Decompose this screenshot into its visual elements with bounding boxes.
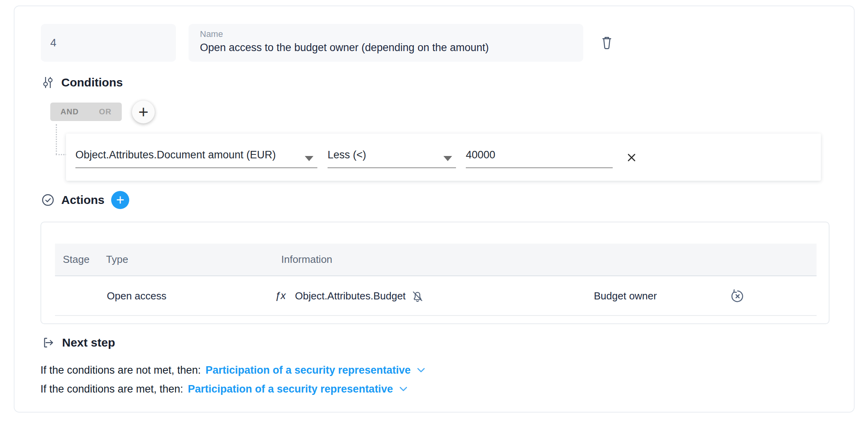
actions-panel: Stage Type Information Open access ƒx Ob… bbox=[40, 222, 830, 324]
not-met-prefix: If the conditions are not met, then: bbox=[40, 364, 201, 376]
next-step-line-not-met: If the conditions are not met, then: Par… bbox=[40, 362, 425, 378]
sliders-icon bbox=[41, 75, 55, 90]
trash-icon bbox=[599, 35, 616, 51]
restore-x-icon bbox=[729, 288, 747, 305]
revoke-access-button[interactable] bbox=[729, 288, 747, 305]
next-step-line-met: If the conditions are met, then: Partici… bbox=[40, 381, 408, 397]
check-circle-icon bbox=[41, 193, 55, 207]
table-row: Open access ƒx Object.Attributes.Budget … bbox=[55, 276, 817, 316]
met-prefix: If the conditions are met, then: bbox=[40, 383, 183, 395]
dropdown-arrow-icon bbox=[443, 156, 452, 161]
table-header-row: Stage Type Information bbox=[55, 244, 817, 276]
connector-line-vertical bbox=[56, 124, 57, 155]
plus-icon: + bbox=[116, 192, 125, 208]
actions-header: Actions + bbox=[41, 191, 129, 209]
column-header-information: Information bbox=[281, 244, 332, 275]
step-number-field[interactable]: 4 bbox=[41, 24, 176, 62]
step-number-value: 4 bbox=[50, 37, 57, 49]
condition-operator-value: Less (<) bbox=[328, 142, 366, 167]
add-condition-button[interactable]: + bbox=[132, 101, 155, 123]
cell-type: Open access bbox=[107, 276, 167, 316]
name-label: Name bbox=[200, 29, 583, 39]
close-icon bbox=[625, 151, 643, 164]
conditions-title: Conditions bbox=[61, 76, 123, 89]
condition-value-text: 40000 bbox=[466, 142, 495, 167]
formula-icon: ƒx bbox=[275, 276, 286, 315]
conditions-header: Conditions bbox=[41, 75, 123, 90]
bell-off-icon bbox=[410, 289, 425, 304]
connector-line-horizontal bbox=[56, 154, 67, 155]
next-step-title: Next step bbox=[62, 336, 115, 349]
add-action-button[interactable]: + bbox=[111, 191, 129, 209]
not-met-step-link[interactable]: Participation of a security representati… bbox=[205, 364, 410, 376]
logic-toggle[interactable]: AND OR bbox=[50, 103, 122, 121]
condition-operator-select[interactable]: Less (<) bbox=[328, 142, 456, 168]
name-value: Open access to the budget owner (dependi… bbox=[200, 42, 583, 54]
next-step-header: Next step bbox=[41, 335, 115, 350]
actions-title: Actions bbox=[61, 193, 104, 207]
remove-condition-button[interactable] bbox=[625, 149, 643, 166]
step-name-field[interactable]: Name Open access to the budget owner (de… bbox=[189, 24, 583, 62]
chevron-down-icon[interactable] bbox=[399, 386, 408, 392]
dropdown-arrow-icon bbox=[305, 156, 313, 161]
condition-attribute-select[interactable]: Object.Attributes.Document amount (EUR) bbox=[75, 142, 317, 168]
condition-value-input[interactable]: 40000 bbox=[466, 142, 613, 168]
logic-and-option[interactable]: AND bbox=[60, 107, 79, 116]
delete-step-button[interactable] bbox=[599, 34, 616, 51]
chevron-down-icon[interactable] bbox=[417, 367, 425, 373]
column-header-stage: Stage bbox=[63, 244, 90, 275]
logic-or-option[interactable]: OR bbox=[99, 107, 112, 116]
column-header-type: Type bbox=[106, 244, 128, 275]
step-card: 4 Name Open access to the budget owner (… bbox=[14, 6, 855, 413]
condition-attribute-value: Object.Attributes.Document amount (EUR) bbox=[75, 142, 276, 167]
cell-information: Object.Attributes.Budget bbox=[295, 276, 406, 316]
condition-row: Object.Attributes.Document amount (EUR) … bbox=[66, 134, 821, 181]
plus-icon: + bbox=[138, 102, 148, 121]
cell-assignee: Budget owner bbox=[594, 276, 657, 316]
workflow-step-editor: 4 Name Open access to the budget owner (… bbox=[0, 0, 868, 422]
met-step-link[interactable]: Participation of a security representati… bbox=[188, 383, 393, 395]
exit-arrow-icon bbox=[41, 336, 55, 350]
